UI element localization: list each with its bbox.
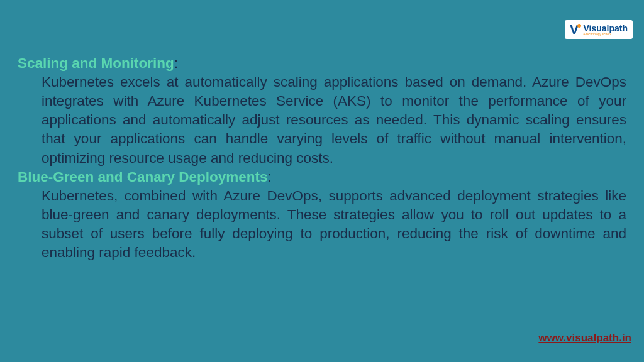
section-scaling: Scaling and Monitoring: Kubernetes excel… xyxy=(18,55,626,168)
logo-icon: V xyxy=(570,23,582,36)
logo-tagline: e-technology school xyxy=(583,33,628,36)
slide-content: Scaling and Monitoring: Kubernetes excel… xyxy=(18,55,626,263)
section-deployments: Blue-Green and Canary Deployments: Kuber… xyxy=(18,169,626,263)
heading-colon: : xyxy=(174,55,178,71)
footer-url-link[interactable]: www.visualpath.in xyxy=(538,332,631,344)
body-scaling: Kubernetes excels at automatically scali… xyxy=(42,73,626,168)
logo-brand-name: Visualpath xyxy=(583,24,628,33)
logo-dot-icon xyxy=(577,24,581,28)
logo-text-block: Visualpath e-technology school xyxy=(583,24,628,36)
heading-colon: : xyxy=(268,169,272,185)
body-deployments: Kubernetes, combined with Azure DevOps, … xyxy=(42,187,626,263)
heading-deployments: Blue-Green and Canary Deployments xyxy=(18,169,268,185)
brand-logo: V Visualpath e-technology school xyxy=(565,20,633,39)
heading-scaling: Scaling and Monitoring xyxy=(18,55,174,71)
